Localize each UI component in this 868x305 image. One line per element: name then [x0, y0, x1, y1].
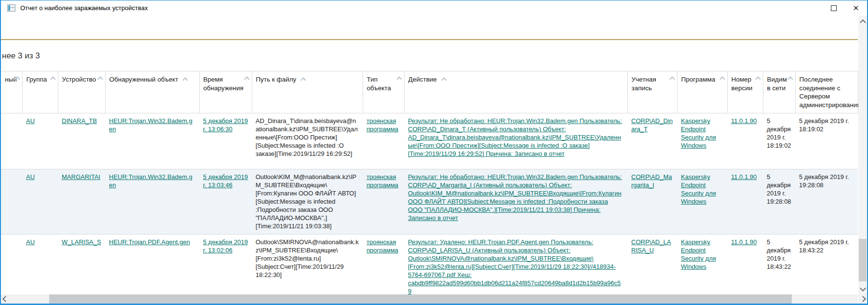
table-row: AU W_LARISA_S HEUR:Trojan.PDF.Agent.gen …	[1, 235, 858, 300]
cell-file-path: Outlook\SMIRNOVA@nationalbank.kz\IPM_SUB…	[252, 235, 363, 300]
sort-chevron-icon	[51, 76, 55, 80]
version-link[interactable]: 11.0.1.90	[731, 238, 757, 246]
col-header-version[interactable]: Номер версии	[727, 71, 763, 113]
col-header-virtual[interactable]: ный	[1, 71, 22, 113]
col-header-visible[interactable]: Видим в сети	[763, 71, 795, 113]
col-header-last-connection[interactable]: Последнее соединение с Сервером админист…	[795, 71, 858, 113]
chevron-down-icon	[860, 285, 866, 291]
cell-detection-time: 5 декабря 2019 г. 13:06:30	[199, 113, 252, 169]
program-link[interactable]: Kaspersky Endpoint Security для Windows	[681, 117, 716, 149]
cell-object-type: троянская программа	[363, 235, 404, 300]
table-row: AU DINARA_TB HEUR:Trojan.Win32.Badem.gen…	[1, 113, 858, 169]
action-link[interactable]: Результат: Не обработано: HEUR:Trojan.Wi…	[408, 173, 622, 221]
horizontal-scrollbar[interactable]	[1, 294, 858, 304]
cell-account: CORP\AD_LARISA_U	[627, 235, 677, 300]
cell-program: Kaspersky Endpoint Security для Windows	[677, 113, 727, 169]
object-type-link[interactable]: троянская программа	[366, 238, 398, 254]
action-link[interactable]: Результат: Не обработано: HEUR:Trojan.Wi…	[408, 117, 622, 157]
vertical-scrollbar-thumb[interactable]	[859, 239, 867, 281]
scroll-up-button[interactable]	[858, 18, 867, 27]
cell-detected-object: HEUR:Trojan.PDF.Agent.gen	[105, 235, 199, 300]
col-header-device[interactable]: Устройство	[58, 71, 105, 113]
detection-time-link[interactable]: 5 декабря 2019 г. 13:06:30	[203, 117, 248, 133]
cell-account: CORP\AD_Dinara_T	[627, 113, 677, 169]
object-type-link[interactable]: троянская программа	[366, 117, 398, 133]
maximize-icon	[831, 5, 837, 11]
title-bar: Отчет о наиболее заражаемых устройствах …	[1, 0, 867, 15]
sort-chevron-icon	[301, 78, 306, 82]
sort-chevron-icon	[98, 76, 103, 80]
cell-last-connection: 5 декабря 2019 г. 19:28:08	[795, 169, 858, 235]
cell-action: Результат: Не обработано: HEUR:Trojan.Wi…	[404, 169, 627, 235]
sort-chevron-icon	[756, 76, 760, 80]
col-header-detection-time[interactable]: Время обнаружения	[199, 71, 252, 113]
scroll-right-button[interactable]	[858, 294, 867, 304]
object-type-link[interactable]: троянская программа	[366, 173, 398, 189]
program-link[interactable]: Kaspersky Endpoint Security для Windows	[681, 238, 716, 270]
program-link[interactable]: Kaspersky Endpoint Security для Windows	[681, 173, 716, 205]
cell-virtual	[1, 113, 22, 169]
cell-object-type: троянская программа	[363, 169, 404, 235]
action-link[interactable]: Результат: Удалено: HEUR:Trojan.PDF.Agen…	[408, 238, 621, 294]
cell-version: 11.0.1.90	[727, 235, 763, 300]
sort-chevron-icon	[244, 76, 249, 80]
group-link[interactable]: AU	[26, 173, 35, 180]
cell-action: Результат: Удалено: HEUR:Trojan.PDF.Agen…	[404, 235, 627, 300]
account-link[interactable]: CORP\AD_Dinara_T	[631, 117, 673, 133]
cell-device: DINARA_TB	[58, 113, 105, 169]
sort-chevron-icon	[15, 76, 20, 80]
col-header-program[interactable]: Программа	[677, 71, 727, 113]
col-header-object-type[interactable]: Тип объекта	[363, 71, 404, 113]
cell-detection-time: 5 декабря 2019 г. 13:03:46	[199, 169, 252, 235]
detected-object-link[interactable]: HEUR:Trojan.PDF.Agent.gen	[109, 238, 190, 246]
col-header-group[interactable]: Группа	[22, 71, 58, 113]
scroll-left-button[interactable]	[1, 294, 10, 304]
col-header-file-path[interactable]: Путь к файлу	[252, 71, 363, 113]
detected-object-link[interactable]: HEUR:Trojan.Win32.Badem.gen	[109, 173, 192, 189]
scroll-down-button[interactable]	[858, 284, 867, 292]
maximize-button[interactable]	[823, 0, 845, 15]
table-row: AU MARGARITAI HEUR:Trojan.Win32.Badem.ge…	[1, 169, 858, 235]
col-header-detected-object[interactable]: Обнаруженный объект	[105, 71, 199, 113]
close-icon: ✕	[853, 4, 859, 12]
chevron-up-icon	[860, 19, 866, 26]
report-window: Отчет о наиболее заражаемых устройствах …	[0, 0, 868, 305]
col-header-action[interactable]: Действие	[404, 71, 627, 113]
cell-version: 11.0.1.90	[727, 169, 763, 235]
cell-last-connection: 5 декабря 2019 г. 18:43:22	[795, 235, 858, 300]
report-app-icon	[7, 4, 15, 12]
cell-detection-time: 5 декабря 2019 г. 13:02:06	[199, 235, 252, 300]
cell-detected-object: HEUR:Trojan.Win32.Badem.gen	[105, 169, 199, 235]
detection-time-link[interactable]: 5 декабря 2019 г. 13:03:46	[203, 173, 248, 189]
detected-object-link[interactable]: HEUR:Trojan.Win32.Badem.gen	[109, 117, 192, 133]
vertical-scrollbar[interactable]	[858, 16, 867, 294]
version-link[interactable]: 11.0.1.90	[731, 173, 757, 180]
cell-group: AU	[22, 113, 58, 169]
close-button[interactable]: ✕	[845, 0, 867, 15]
account-link[interactable]: CORP\AD_LARISA_U	[631, 238, 671, 254]
header-row: ный Группа Устройство Обнаруженный объек…	[1, 71, 858, 113]
account-link[interactable]: CORP\AD_Margarita_I	[631, 173, 672, 189]
group-link[interactable]: AU	[26, 238, 35, 246]
horizontal-scrollbar-thumb[interactable]	[49, 294, 792, 304]
device-link[interactable]: W_LARISA_S	[62, 238, 101, 246]
device-link[interactable]: MARGARITAI	[62, 173, 100, 180]
cell-device: MARGARITAI	[58, 169, 105, 235]
version-link[interactable]: 11.0.1.90	[731, 117, 757, 125]
cell-object-type: троянская программа	[363, 113, 404, 169]
detection-time-link[interactable]: 5 декабря 2019 г. 13:02:06	[203, 238, 248, 254]
cell-device: W_LARISA_S	[58, 235, 105, 300]
cell-file-path: Outlook\KIM_M@nationalbank.kz\IPM_SUBTRE…	[252, 169, 363, 235]
sort-chevron-icon	[788, 76, 793, 80]
sort-chevron-icon	[720, 76, 725, 80]
cell-program: Kaspersky Endpoint Security для Windows	[677, 235, 727, 300]
cell-group: AU	[22, 169, 58, 235]
cell-virtual	[1, 169, 22, 235]
col-header-account[interactable]: Учетная запись	[627, 71, 677, 113]
cell-program: Kaspersky Endpoint Security для Windows	[677, 169, 727, 235]
window-title: Отчет о наиболее заражаемых устройствах	[20, 4, 148, 12]
device-link[interactable]: DINARA_TB	[62, 117, 97, 125]
cell-virtual	[1, 235, 22, 300]
cell-visible: 5 декабря 2019 г. 18:43:22	[763, 235, 795, 300]
group-link[interactable]: AU	[26, 117, 35, 125]
